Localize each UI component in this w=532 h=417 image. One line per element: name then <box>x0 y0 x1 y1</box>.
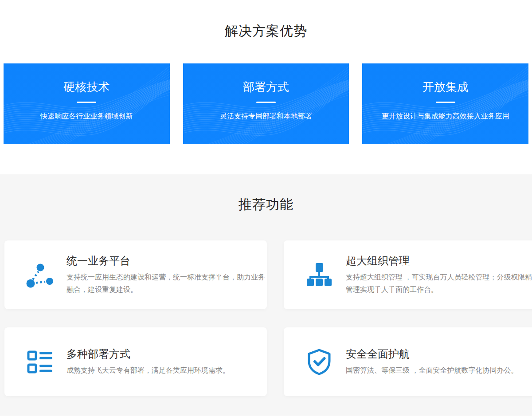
advantage-card-content: 硬核技术 快速响应各行业业务领域创新 <box>4 80 170 121</box>
feature-card-text: 统一业务平台 支持统一应用生态的建设和运营，统一标准支撑平台，助力业务融合，建设… <box>66 254 267 296</box>
feature-card-text: 多种部署方式 成熟支持飞天云专有部署，满足各类应用环境需求。 <box>66 347 267 377</box>
feature-card-text: 超大组织管理 支持超大组织管理 ，可实现百万人员轻松管理；分级权限精细管理实现千… <box>346 254 532 296</box>
advantage-card-desc: 快速响应各行业业务领域创新 <box>4 111 170 121</box>
divider <box>436 102 455 103</box>
advantage-card-open-integration: 开放集成 更开放设计与集成能力高效接入业务应用 <box>362 63 528 144</box>
advantage-card-title: 部署方式 <box>183 80 349 94</box>
feature-card-grid: 统一业务平台 支持统一应用生态的建设和运营，统一标准支撑平台，助力业务融合，建设… <box>4 240 528 396</box>
advantage-card-title: 硬核技术 <box>4 80 170 94</box>
advantage-card-content: 开放集成 更开放设计与集成能力高效接入业务应用 <box>362 80 528 121</box>
feature-card-title: 超大组织管理 <box>346 254 532 268</box>
nodes-link-icon <box>26 261 54 289</box>
feature-card-desc: 支持超大组织管理 ，可实现百万人员轻松管理；分级权限精细管理实现千人千面的工作台… <box>346 271 532 296</box>
feature-card-desc: 国密算法、等保三级 ，全面安全护航数字化协同办公。 <box>346 364 532 377</box>
advantage-card-desc: 灵活支持专网部署和本地部署 <box>183 111 349 121</box>
features-section-title: 推荐功能 <box>0 196 532 213</box>
advantage-card-title: 开放集成 <box>362 80 528 94</box>
feature-card-desc: 支持统一应用生态的建设和运营，统一标准支撑平台，助力业务融合，建设重复建设。 <box>66 271 267 296</box>
advantage-card-row: 硬核技术 快速响应各行业业务领域创新 部署方式 灵活支持专网部署和本地部署 开放… <box>0 63 532 144</box>
advantage-card-hard-tech: 硬核技术 快速响应各行业业务领域创新 <box>4 63 170 144</box>
feature-card-title: 安全全面护航 <box>346 347 532 361</box>
feature-card-text: 安全全面护航 国密算法、等保三级 ，全面安全护航数字化协同办公。 <box>346 347 532 377</box>
list-icon <box>26 348 54 376</box>
shield-check-icon <box>305 348 333 376</box>
section-advantages: 解决方案优势 硬核技术 快速响应各行业业务领域创新 部署方式 灵活支持专网部署和… <box>0 0 532 174</box>
feature-card-title: 多种部署方式 <box>66 347 267 361</box>
advantage-card-deployment: 部署方式 灵活支持专网部署和本地部署 <box>183 63 349 144</box>
feature-card-title: 统一业务平台 <box>66 254 267 268</box>
feature-card-deployment-modes: 多种部署方式 成熟支持飞天云专有部署，满足各类应用环境需求。 <box>4 327 267 396</box>
divider <box>256 102 276 103</box>
feature-card-org-management: 超大组织管理 支持超大组织管理 ，可实现百万人员轻松管理；分级权限精细管理实现千… <box>284 240 532 309</box>
divider <box>77 102 96 103</box>
advantage-card-content: 部署方式 灵活支持专网部署和本地部署 <box>183 80 349 121</box>
page: { "advantages": { "title": "解决方案优势", "ca… <box>0 0 532 417</box>
org-chart-icon <box>305 261 333 289</box>
section-features: 推荐功能 统一业务平台 支持统一应用生态的建设和运营，统一标准支撑平台，助力业务… <box>0 174 532 416</box>
feature-card-desc: 成熟支持飞天云专有部署，满足各类应用环境需求。 <box>66 364 267 377</box>
feature-card-unified-platform: 统一业务平台 支持统一应用生态的建设和运营，统一标准支撑平台，助力业务融合，建设… <box>4 240 267 309</box>
feature-card-security: 安全全面护航 国密算法、等保三级 ，全面安全护航数字化协同办公。 <box>284 327 532 396</box>
advantage-card-desc: 更开放设计与集成能力高效接入业务应用 <box>362 111 528 121</box>
advantages-section-title: 解决方案优势 <box>0 22 532 40</box>
